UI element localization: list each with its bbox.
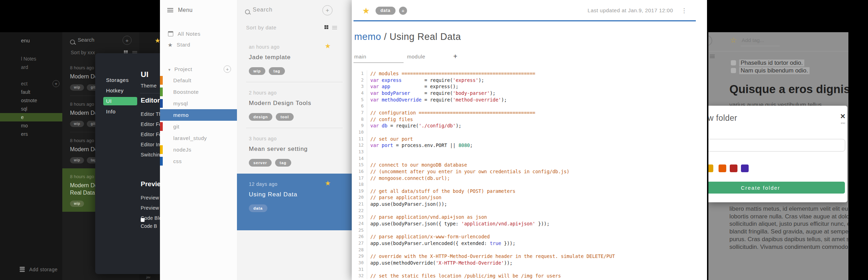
settings-heading: Editor — [141, 97, 160, 104]
note-card[interactable]: an hours ago★Jade templatewiptag — [237, 36, 352, 82]
folder-item-Boostnote[interactable]: Boostnote — [160, 86, 237, 98]
folder-item-git[interactable]: git — [160, 121, 237, 132]
settings-row[interactable]: Editor In — [141, 140, 160, 150]
dark-folder-item[interactable]: sql — [0, 105, 62, 113]
color-swatch[interactable] — [730, 164, 737, 172]
note-tag-pill[interactable]: data — [376, 7, 396, 15]
hamburger-icon — [167, 7, 173, 13]
code-text: // (uncomment after you enter in your ow… — [367, 168, 569, 175]
dark-add-folder-button[interactable]: + — [52, 80, 59, 87]
folder-color-strip — [160, 99, 163, 108]
color-swatch[interactable] — [708, 164, 713, 172]
modal-title: w folder — [708, 113, 737, 123]
color-swatch[interactable] — [741, 164, 749, 172]
note-tags: servertag — [249, 159, 343, 167]
dark-new-note-button[interactable]: + — [122, 36, 132, 45]
list-view-icon[interactable] — [332, 25, 337, 30]
folder-color-strip — [160, 145, 163, 154]
settings-row[interactable]: Preview F — [141, 203, 160, 213]
paragraph-line: libero mattis metus, id elementum velit … — [729, 205, 848, 213]
star-toggle[interactable]: ★ — [362, 6, 370, 16]
color-swatch[interactable] — [719, 164, 726, 172]
todo-item[interactable]: Phasellus id tortor odio. — [708, 59, 848, 67]
project-header[interactable]: ▼ Project — [168, 66, 192, 72]
add-tag-button[interactable]: + — [399, 7, 407, 15]
settings-theme-row[interactable]: Theme — [141, 81, 157, 91]
dark-search-input[interactable]: Search — [78, 37, 94, 43]
code-text: // override with the X-HTTP-Method-Overr… — [367, 253, 615, 260]
settings-row[interactable]: Switching — [141, 150, 160, 160]
dark-folder-item[interactable]: mo — [0, 121, 62, 130]
dark-sort-control[interactable]: Sort by xxx — [71, 50, 95, 55]
code-text: app.use(bodyParser.json({ type: 'applica… — [367, 220, 550, 227]
new-note-button-dimmed[interactable]: + — [708, 35, 712, 46]
folder-item-css[interactable]: css — [160, 155, 237, 167]
note-card[interactable]: 3 hours agoMean server settingservertag — [237, 128, 352, 174]
code-line: 30app.use(methodOverride('X-HTTP-Method-… — [352, 260, 705, 266]
settings-nav-ui[interactable]: UI — [103, 97, 137, 105]
settings-checkbox-row[interactable]: Code B — [141, 217, 160, 230]
add-tag-input[interactable]: Add tag... — [742, 37, 764, 43]
add-folder-button[interactable]: + — [224, 65, 231, 73]
folder-item-mysql[interactable]: mysql — [160, 98, 237, 109]
search-icon — [70, 40, 75, 44]
folder-item-nodeJs[interactable]: nodeJs — [160, 144, 237, 155]
kebab-menu[interactable]: ⋮ — [681, 7, 687, 14]
desktop-canvas: enu l Notes ard ect + faultostnotesqlemo… — [0, 0, 868, 280]
breadcrumb-folder[interactable]: memo — [354, 31, 381, 42]
code-editor[interactable]: 1// modules ============================… — [352, 70, 705, 279]
settings-nav-info[interactable]: Info — [95, 106, 140, 117]
code-text — [367, 103, 373, 110]
folder-item-memo[interactable]: memo — [160, 109, 237, 121]
dark-add-storage[interactable]: Add storage — [20, 266, 57, 274]
new-note-button[interactable]: + — [322, 5, 332, 15]
code-text: var app = express(); — [367, 83, 458, 90]
dark-add-storage-label: Add storage — [29, 267, 57, 272]
settings-nav-storages[interactable]: Storages — [95, 75, 140, 85]
code-text: // config files — [367, 116, 413, 123]
folder-item-laravel_study[interactable]: laravel_study — [160, 132, 237, 144]
close-icon[interactable]: × — [840, 111, 845, 121]
settings-row[interactable]: Preview F — [141, 193, 160, 203]
create-folder-button[interactable]: Create folder — [708, 182, 845, 194]
dark-folder-item[interactable]: ers — [0, 130, 62, 138]
folder-name-input[interactable] — [708, 139, 845, 152]
code-text: app.use(methodOverride('X-HTTP-Method-Ov… — [367, 260, 512, 266]
star-outline-icon[interactable]: ☆ — [730, 36, 737, 44]
dark-folder-item[interactable]: fault — [0, 88, 62, 96]
dark-folder-item[interactable]: ostnote — [0, 96, 62, 105]
settings-row[interactable]: Editor Fo — [141, 130, 160, 140]
dark-menu-label[interactable]: enu — [21, 37, 30, 43]
tab-module[interactable]: module — [407, 54, 425, 59]
star-icon[interactable]: ★ — [325, 179, 331, 187]
sort-control[interactable]: Sort by date — [246, 24, 276, 30]
list-view-icon[interactable] — [710, 54, 715, 59]
tab-main[interactable]: main — [354, 54, 366, 59]
settings-row[interactable]: Editor Th — [141, 109, 160, 119]
new-tab-button[interactable]: + — [453, 52, 457, 61]
note-card[interactable]: 12 days ago★Using Real Datadata — [237, 174, 352, 230]
star-icon[interactable]: ★ — [325, 42, 331, 50]
grid-view-icon[interactable] — [324, 25, 329, 30]
star-icon[interactable]: ★ — [155, 37, 160, 44]
sidebar-item-starred[interactable]: ★ Stard — [168, 42, 190, 48]
line-number: 8 — [352, 116, 367, 123]
sidebar-item-all-notes-label: All Notes — [177, 31, 200, 37]
note-card[interactable]: 2 hours agoModern Design Toolsdesigntool — [237, 82, 352, 128]
settings-nav-hotkey[interactable]: Hotkey — [95, 85, 140, 96]
checkbox-icon[interactable] — [731, 60, 736, 65]
folder-item-Default[interactable]: Default — [160, 75, 237, 86]
project-label: Project — [174, 66, 192, 72]
dark-sidebar-item-all-notes[interactable]: l Notes — [21, 56, 36, 62]
search-input[interactable]: Search — [253, 7, 273, 13]
code-line: 3var app = express(); — [352, 83, 705, 90]
checkbox-icon[interactable] — [731, 68, 736, 73]
todo-item[interactable]: Nam quis bibendum odio. — [708, 67, 848, 75]
note-title: Using Real Data — [249, 191, 343, 198]
dark-folder-item[interactable]: e — [0, 113, 62, 121]
settings-row[interactable]: Editor Fo — [141, 119, 160, 130]
sidebar-item-all-notes[interactable]: All Notes — [168, 31, 201, 38]
note-tags: wiptag — [249, 67, 343, 75]
dark-sidebar-item-starred[interactable]: ard — [21, 64, 28, 70]
menu-toggle[interactable]: Menu — [167, 7, 192, 15]
